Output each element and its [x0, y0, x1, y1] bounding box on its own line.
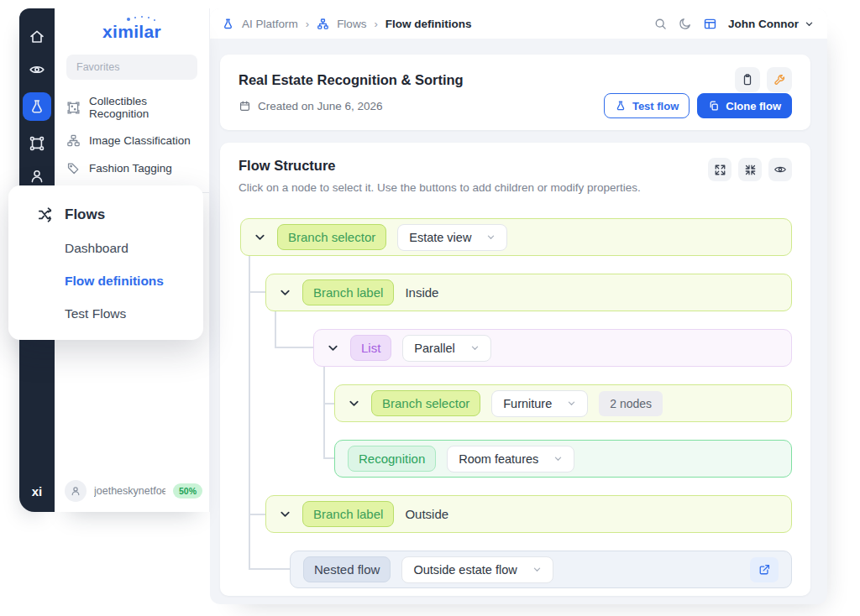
clone-flow-button[interactable]: Clone flow — [697, 93, 792, 118]
flask-icon — [222, 18, 234, 30]
tree-connector — [275, 311, 276, 348]
tree-node-recognition[interactable]: Recognition Room features — [334, 440, 792, 478]
shuffle-icon — [37, 206, 54, 223]
node-text-value: Outside — [405, 507, 448, 521]
collapse-all-button[interactable] — [738, 158, 762, 181]
panel-layout-icon[interactable] — [703, 17, 717, 31]
expand-icon — [714, 164, 726, 176]
detect-frame-icon[interactable] — [27, 133, 47, 154]
created-date-label: Created on June 6, 2026 — [258, 100, 383, 112]
node-type-badge: Branch label — [302, 501, 394, 527]
node-select-value: Outside estate flow — [413, 563, 517, 577]
node-select[interactable]: Outside estate flow — [401, 556, 553, 583]
top-bar: AI Platform › Flows › Flow definitions J… — [210, 8, 827, 39]
breadcrumb: AI Platform › Flows › Flow definitions — [222, 18, 471, 30]
flyout-item-dashboard[interactable]: Dashboard — [65, 241, 203, 256]
tree-connector — [249, 568, 290, 570]
user-name: John Connor — [728, 18, 799, 30]
node-select-value: Room features — [459, 452, 538, 466]
logo-dots — [127, 18, 130, 21]
node-select-value: Estate view — [409, 231, 471, 244]
brand-logo: ximilar — [55, 22, 209, 42]
favorite-item-collectibles[interactable]: Collectibles Recognition — [55, 88, 209, 127]
chevron-down-icon — [553, 454, 563, 463]
favorite-item-classification[interactable]: Image Classification — [55, 127, 209, 154]
moon-icon[interactable] — [679, 17, 692, 30]
breadcrumb-separator: › — [306, 18, 309, 30]
tree-connector — [323, 457, 334, 459]
open-nested-flow-button[interactable] — [750, 557, 779, 582]
tree-connector — [323, 367, 325, 459]
chevron-down-icon[interactable] — [279, 286, 291, 299]
node-select-value: Furniture — [503, 397, 552, 410]
node-type-badge: Branch label — [302, 279, 394, 305]
expand-all-button[interactable] — [708, 158, 732, 181]
search-icon[interactable] — [653, 17, 668, 31]
brand-mini-logo: xi — [19, 484, 55, 499]
copy-id-button[interactable] — [735, 67, 760, 92]
favorite-item-label: Collectibles Recognition — [89, 95, 202, 120]
account-username: joetheskynetfoe — [94, 485, 165, 497]
node-count-badge: 2 nodes — [599, 391, 663, 416]
main-area: AI Platform › Flows › Flow definitions J… — [210, 8, 827, 604]
tree-connector — [249, 256, 250, 569]
chevron-down-icon[interactable] — [327, 342, 339, 354]
breadcrumb-current: Flow definitions — [385, 18, 472, 30]
clipboard-icon — [741, 73, 754, 86]
chevron-down-icon[interactable] — [279, 508, 291, 520]
node-select[interactable]: Furniture — [491, 390, 588, 417]
chevron-down-icon — [532, 565, 542, 574]
external-link-icon — [758, 563, 771, 576]
test-flow-button[interactable]: Test flow — [604, 93, 690, 118]
tree-node-branch-selector-root[interactable]: Branch selector Estate view — [240, 218, 792, 256]
collectibles-icon — [66, 101, 81, 115]
eye-icon[interactable] — [27, 60, 47, 80]
node-select[interactable]: Room features — [447, 446, 574, 472]
breadcrumb-item[interactable]: Flows — [337, 18, 366, 30]
chevron-down-icon[interactable] — [254, 231, 266, 243]
user-menu[interactable]: John Connor — [728, 18, 814, 30]
chevron-down-icon — [470, 343, 480, 352]
flask-icon-active[interactable] — [23, 92, 51, 121]
wrench-icon — [773, 73, 786, 86]
flyout-item-test-flows[interactable]: Test Flows — [65, 306, 203, 321]
node-type-badge: Branch selector — [277, 224, 386, 250]
favorite-item-fashion[interactable]: Fashion Tagging — [55, 154, 209, 182]
chevron-down-icon — [567, 399, 576, 408]
edit-flow-button[interactable] — [767, 67, 792, 92]
collapse-icon — [744, 164, 757, 176]
node-select[interactable]: Parallel — [402, 335, 490, 362]
chevron-down-icon — [805, 19, 814, 29]
sitemap-icon — [317, 18, 329, 30]
favorites-search-input[interactable] — [66, 55, 197, 80]
preview-button[interactable] — [768, 158, 792, 181]
node-type-badge: Nested flow — [303, 556, 391, 582]
flow-tree: Branch selector Estate view Branch label… — [240, 218, 792, 588]
calendar-icon — [239, 100, 251, 112]
chevron-down-icon[interactable] — [348, 397, 360, 410]
flyout-title-label: Flows — [65, 206, 105, 223]
tree-connector — [275, 347, 313, 348]
tree-node-nested-flow[interactable]: Nested flow Outside estate flow — [290, 551, 792, 588]
user-icon[interactable] — [27, 166, 47, 186]
flow-title: Real Estate Recognition & Sorting — [239, 72, 464, 88]
flyout-item-flow-definitions[interactable]: Flow definitions — [65, 274, 203, 289]
tree-node-branch-label-inside[interactable]: Branch label Inside — [265, 274, 792, 311]
tree-connector — [249, 291, 265, 293]
tree-node-branch-label-outside[interactable]: Branch label Outside — [265, 495, 792, 533]
home-icon[interactable] — [27, 27, 47, 47]
eye-icon — [773, 163, 787, 176]
node-select-value: Parallel — [414, 342, 454, 355]
flask-icon — [615, 100, 627, 112]
tree-connector — [249, 514, 265, 515]
node-select[interactable]: Estate view — [397, 224, 507, 251]
node-type-badge: Branch selector — [371, 390, 480, 416]
breadcrumb-item[interactable]: AI Platform — [242, 18, 298, 30]
clone-flow-label: Clone flow — [726, 100, 781, 112]
tree-node-list[interactable]: List Parallel — [313, 329, 792, 367]
chevron-down-icon — [486, 232, 496, 242]
flows-flyout-menu: Flows Dashboard Flow definitions Test Fl… — [8, 185, 203, 340]
tree-node-branch-selector-furniture[interactable]: Branch selector Furniture 2 nodes — [334, 384, 792, 422]
structure-subtitle: Click on a node to select it. Use the bu… — [239, 181, 641, 194]
flyout-title-flows[interactable]: Flows — [37, 206, 203, 223]
